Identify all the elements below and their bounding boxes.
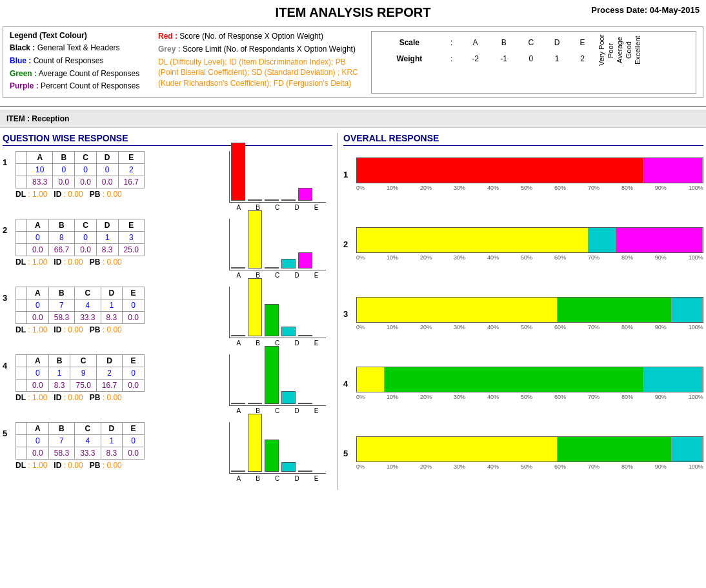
q2-bar-label-E: E [314, 272, 319, 279]
axis-label-3: 50% [521, 324, 532, 330]
stacked-seg-3-1 [558, 298, 672, 322]
stacked-seg-2-2 [616, 228, 703, 252]
q-table-wrap-4: ABCDE019200.08.375.016.70.0DL : 1.00 ID … [15, 354, 223, 402]
stacked-seg-5-1 [558, 437, 672, 461]
q5-bar-fill-3 [281, 462, 296, 472]
blue-label: Blue : [10, 56, 31, 65]
q3-col-4: D [101, 287, 123, 299]
q5-pct-2: 33.3 [75, 447, 101, 460]
axis-label-3: 60% [554, 324, 566, 330]
weight-colon: : [442, 50, 461, 66]
axis-label-5: 20% [420, 463, 432, 470]
q5-bar-fill-1 [248, 414, 262, 472]
q1-dl-row: DL : 1.00 ID : 0.00 PB : 0.00 [15, 190, 223, 199]
green-desc: Average Count of Responses [39, 69, 140, 78]
q-num-3: 3 [3, 293, 15, 303]
axis-label-1: 50% [521, 185, 532, 191]
q1-bar-3 [281, 199, 296, 201]
q4-count-0: 0 [27, 367, 49, 380]
q4-pct-0: 0.0 [27, 380, 49, 392]
q1-bar-label-A: A [237, 204, 241, 211]
pct-axis-4: 0%10%20%30%40%50%60%70%80%90%100% [356, 394, 703, 400]
q2-count-0: 0 [27, 232, 49, 244]
q2-col-2: B [48, 219, 74, 232]
legend-box: Legend (Text Colour) Black : General Tex… [3, 26, 703, 98]
axis-label-1: 70% [588, 185, 600, 191]
red-desc: Score (No. of Response X Option Weight) [179, 32, 323, 41]
q3-count-0: 0 [27, 299, 49, 312]
q3-bar-label-A: A [237, 340, 241, 347]
q3-count-1: 7 [48, 299, 74, 312]
axis-label-4: 100% [689, 394, 703, 400]
q-num-2: 2 [3, 225, 15, 235]
q-table-wrap-5: ABCDE074100.058.333.38.30.0DL : 1.00 ID … [15, 422, 223, 470]
q3-pct-3: 8.3 [101, 312, 123, 324]
axis-label-1: 100% [689, 185, 703, 191]
q5-dl-row: DL : 1.00 ID : 0.00 PB : 0.00 [15, 461, 223, 470]
q1-bar-labels: ABCDE [229, 203, 326, 211]
q-table-5: ABCDE074100.058.333.38.30.0 [15, 422, 145, 460]
q-num-1: 1 [3, 157, 15, 167]
q1-pct-2: 0.0 [75, 176, 97, 188]
stacked-seg-1-0 [357, 158, 644, 183]
axis-label-5: 50% [521, 463, 532, 470]
q2-bar-fill-4 [298, 252, 312, 269]
q5-bar-2 [265, 440, 279, 472]
q2-bar-fill-1 [248, 210, 262, 269]
overall-row-4: 40%10%20%30%40%50%60%70%80%90%100% [343, 367, 703, 400]
q3-bar-fill-2 [265, 304, 279, 336]
stacked-seg-3-0 [357, 298, 558, 322]
legend-middle: Red : Score (No. of Response X Option We… [152, 31, 365, 94]
question-row-2: 2ABCDE080130.066.70.08.325.0DL : 1.00 ID… [3, 219, 332, 279]
question-row-4: 4ABCDE019200.08.375.016.70.0DL : 1.00 ID… [3, 354, 332, 414]
scale-row: Scale : A B C D E Very Poor Poor Average… [377, 34, 691, 50]
header-section: ITEM ANALYSIS REPORT Process Date: 04-Ma… [0, 0, 706, 107]
item-bar: ITEM : Reception [0, 110, 706, 128]
stacked-wrap-3: 0%10%20%30%40%50%60%70%80%90%100% [356, 297, 703, 330]
axis-label-2: 80% [621, 254, 633, 261]
q4-col-1: A [27, 355, 49, 367]
q2-count-4: 3 [118, 232, 144, 244]
stacked-wrap-1: 0%10%20%30%40%50%60%70%80%90%100% [356, 157, 703, 191]
axis-label-5: 100% [689, 463, 703, 470]
q1-pct-3: 0.0 [96, 176, 118, 188]
axis-label-1: 40% [487, 185, 499, 191]
stacked-bar-4 [356, 367, 703, 392]
q2-bar-1 [248, 210, 262, 269]
q3-bar-label-E: E [314, 340, 319, 347]
q1-count-2: 0 [75, 164, 97, 176]
process-date: Process Date: 04-May-2015 [591, 5, 700, 15]
scale-verypoor: Very Poor [598, 34, 605, 66]
q1-count-3: 0 [96, 164, 118, 176]
q1-col-5: E [118, 152, 144, 164]
stacked-seg-4-2 [644, 367, 703, 392]
q2-bar-3 [281, 259, 296, 269]
q3-bar-0 [231, 335, 245, 336]
q5-bar-chart: ABCDE [229, 422, 332, 482]
q5-col-5: E [123, 423, 145, 435]
stacked-seg-4-0 [357, 367, 385, 392]
axis-label-1: 20% [420, 185, 432, 191]
questions-container: 1ABCDE10000283.30.00.00.016.7DL : 1.00 I… [3, 151, 332, 482]
q2-col-0 [16, 219, 27, 232]
axis-label-4: 70% [588, 394, 600, 400]
legend-row-green: Green : Average Count of Responses [10, 68, 152, 79]
q3-pct-2: 33.3 [75, 312, 101, 324]
q4-bar-2 [265, 346, 279, 404]
q2-pct-2: 0.0 [75, 244, 97, 256]
stacked-bar-1 [356, 157, 703, 183]
scale-label: Scale [377, 34, 442, 50]
axis-label-4: 0% [356, 394, 365, 400]
q1-bar-2 [265, 199, 279, 201]
axis-label-4: 40% [487, 394, 499, 400]
weight-e: 2 [570, 50, 595, 66]
q4-bar-0 [231, 403, 245, 404]
q5-bar-0 [231, 471, 245, 472]
stacked-bar-5 [356, 436, 703, 462]
o-num-4: 4 [343, 379, 356, 389]
q2-col-3: C [75, 219, 97, 232]
q1-pct-0: 83.3 [27, 176, 53, 188]
q4-bar-fill-0 [231, 403, 245, 404]
stacked-seg-3-2 [672, 298, 703, 322]
q4-bars [229, 354, 326, 406]
